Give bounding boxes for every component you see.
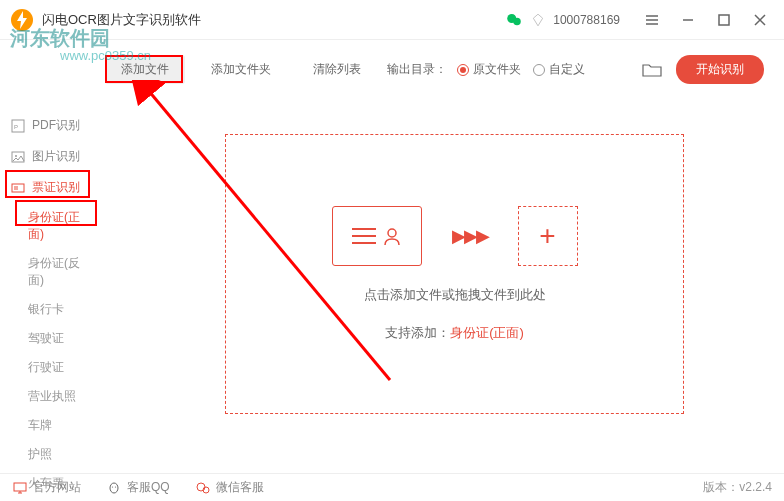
browse-folder-button[interactable] (638, 58, 666, 82)
radio-original-folder[interactable]: 原文件夹 (457, 61, 521, 78)
dropzone-text: 点击添加文件或拖拽文件到此处 (364, 286, 546, 304)
svg-point-7 (15, 155, 17, 157)
svg-point-16 (112, 486, 113, 487)
app-title: 闪电OCR图片文字识别软件 (42, 11, 505, 29)
pdf-icon: P (10, 118, 26, 134)
radio-label: 自定义 (549, 61, 585, 78)
sub-id-front[interactable]: 身份证(正面) (0, 203, 95, 249)
sub-plate[interactable]: 车牌 (0, 411, 95, 440)
app-logo-icon (10, 8, 34, 32)
add-box[interactable]: + (518, 206, 578, 266)
footer-qq[interactable]: 客服QQ (106, 479, 170, 496)
monitor-icon (12, 480, 28, 496)
radio-dot-icon (457, 64, 469, 76)
menu-button[interactable] (638, 6, 666, 34)
person-icon (382, 226, 402, 246)
wechat-small-icon (195, 480, 211, 496)
svg-rect-8 (12, 184, 24, 192)
qq-icon (106, 480, 122, 496)
radio-dot-icon (533, 64, 545, 76)
content-area: 添加文件 添加文件夹 清除列表 输出目录： 原文件夹 自定义 开始识别 (95, 40, 784, 473)
sidebar-item-pdf[interactable]: P PDF识别 (0, 110, 95, 141)
svg-point-13 (388, 229, 396, 237)
footer-label: 微信客服 (216, 479, 264, 496)
sub-id-back[interactable]: 身份证(反面) (0, 249, 95, 295)
footer-website[interactable]: 官方网站 (12, 479, 81, 496)
toolbar: 添加文件 添加文件夹 清除列表 输出目录： 原文件夹 自定义 开始识别 (105, 55, 764, 84)
svg-point-18 (197, 483, 205, 491)
start-recognition-button[interactable]: 开始识别 (676, 55, 764, 84)
footer-wechat[interactable]: 微信客服 (195, 479, 264, 496)
close-button[interactable] (746, 6, 774, 34)
add-file-button[interactable]: 添加文件 (105, 55, 185, 84)
arrow-icon: ▶▶▶ (452, 225, 488, 247)
minimize-button[interactable] (674, 6, 702, 34)
sidebar-label: PDF识别 (32, 117, 80, 134)
diamond-icon (531, 13, 545, 27)
clear-list-button[interactable]: 清除列表 (297, 55, 377, 84)
footer: 官方网站 客服QQ 微信客服 版本：v2.2.4 (0, 473, 784, 501)
footer-label: 客服QQ (127, 479, 170, 496)
maximize-button[interactable] (710, 6, 738, 34)
add-folder-button[interactable]: 添加文件夹 (195, 55, 287, 84)
dropzone-icons: ▶▶▶ + (332, 206, 578, 266)
image-icon (10, 149, 26, 165)
dropzone[interactable]: ▶▶▶ + 点击添加文件或拖拽文件到此处 支持添加：身份证(正面) (225, 134, 684, 414)
sub-passport[interactable]: 护照 (0, 440, 95, 469)
sub-drive[interactable]: 驾驶证 (0, 324, 95, 353)
titlebar: 闪电OCR图片文字识别软件 1000788169 (0, 0, 784, 40)
svg-rect-14 (14, 483, 26, 491)
sub-vehicle[interactable]: 行驶证 (0, 353, 95, 382)
footer-label: 官方网站 (33, 479, 81, 496)
svg-text:P: P (14, 124, 18, 130)
svg-point-17 (115, 486, 116, 487)
svg-point-2 (514, 17, 522, 25)
sidebar-item-ticket[interactable]: 票证识别 (0, 172, 95, 203)
wechat-icon[interactable] (505, 11, 523, 29)
sidebar-label: 图片识别 (32, 148, 80, 165)
version-text: 版本：v2.2.4 (703, 479, 772, 496)
sidebar: P PDF识别 图片识别 票证识别 身份证(正面) 身份证(反面) 银行卡 驾驶… (0, 40, 95, 473)
ticket-icon (10, 180, 26, 196)
dropzone-subtext: 支持添加：身份证(正面) (385, 324, 524, 342)
user-id: 1000788169 (553, 13, 620, 27)
svg-point-15 (110, 483, 118, 493)
radio-label: 原文件夹 (473, 61, 521, 78)
sidebar-label: 票证识别 (32, 179, 80, 196)
sub-bank[interactable]: 银行卡 (0, 295, 95, 324)
radio-custom-folder[interactable]: 自定义 (533, 61, 585, 78)
sidebar-item-image[interactable]: 图片识别 (0, 141, 95, 172)
folder-icon (642, 62, 662, 78)
id-card-icon (332, 206, 422, 266)
svg-rect-3 (719, 15, 729, 25)
sub-license[interactable]: 营业执照 (0, 382, 95, 411)
output-label: 输出目录： (387, 61, 447, 78)
